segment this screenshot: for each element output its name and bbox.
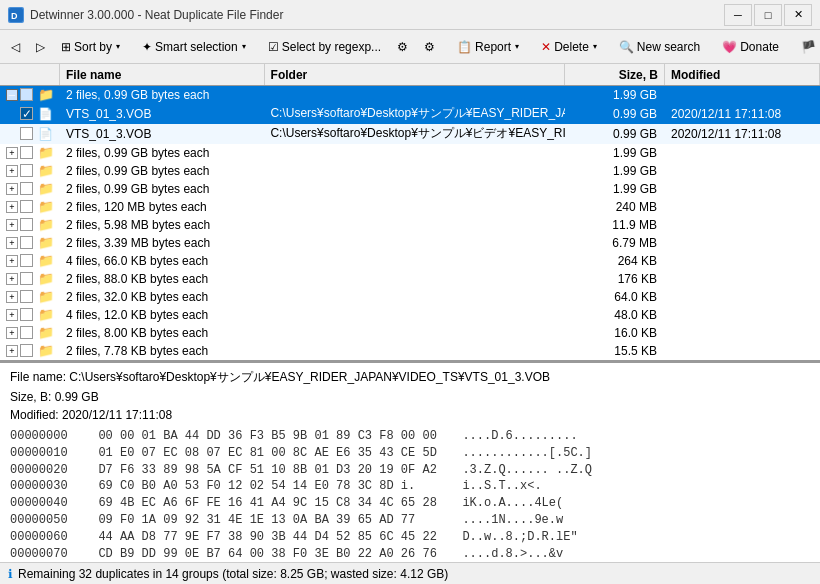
donate-button[interactable]: 💗 Donate [715, 34, 786, 60]
group-checkbox[interactable] [20, 146, 33, 159]
sort-by-button[interactable]: ⊞ Sort by ▾ [54, 34, 127, 60]
hex-addr: 00000000 [10, 428, 80, 445]
table-row[interactable]: ✓ 📄 VTS_01_3.VOB C:\Users¥softaro¥Deskto… [0, 104, 820, 124]
group-expand-button[interactable]: + [6, 309, 18, 321]
group-expand-button[interactable]: + [6, 255, 18, 267]
group-modified [665, 242, 820, 244]
toolbar-extra-button2[interactable]: ⚙ [417, 34, 442, 60]
group-size: 264 KB [565, 253, 665, 269]
folder-icon: 📁 [38, 253, 54, 268]
group-folder [264, 296, 565, 298]
group-checkbox[interactable] [20, 164, 33, 177]
group-expand-button[interactable]: + [6, 201, 18, 213]
select-regexp-button[interactable]: ☑ Select by regexp... [261, 34, 388, 60]
group-expand-button[interactable]: + [6, 291, 18, 303]
hex-ascii: ............[.5C.] [448, 445, 592, 462]
group-expand-button[interactable]: + [6, 219, 18, 231]
table-row[interactable]: + 📁 2 files, 120 MB bytes each 240 MB [0, 198, 820, 216]
group-checkbox[interactable] [20, 272, 33, 285]
language-button[interactable]: 🏴 ▾ [794, 34, 820, 60]
group-folder [264, 350, 565, 352]
hex-ascii: ....D.6......... [448, 428, 578, 445]
close-button[interactable]: ✕ [784, 4, 812, 26]
hex-ascii: i..S.T..x<. [448, 478, 542, 495]
file-modified: 2020/12/11 17:11:08 [665, 126, 820, 142]
hex-row: 00000020 D7 F6 33 89 98 5A CF 51 10 8B 0… [10, 462, 810, 479]
group-checkbox[interactable] [20, 326, 33, 339]
table-row[interactable]: + 📁 2 files, 8.00 KB bytes each 16.0 KB [0, 324, 820, 342]
group-expand-button[interactable]: + [6, 147, 18, 159]
hex-ascii: D..w..8.;D.R.lE" [448, 529, 578, 546]
group-expand-button[interactable]: + [6, 273, 18, 285]
group-checkbox[interactable] [20, 88, 33, 101]
table-row[interactable]: + 📁 2 files, 32.0 KB bytes each 64.0 KB [0, 288, 820, 306]
group-expand-button[interactable]: + [6, 237, 18, 249]
group-expand-button[interactable]: + [6, 327, 18, 339]
group-folder [264, 170, 565, 172]
table-row[interactable]: + 📁 2 files, 7.78 KB bytes each 15.5 KB [0, 342, 820, 360]
table-row[interactable]: + 📁 4 files, 12.0 KB bytes each 48.0 KB [0, 306, 820, 324]
group-expand-button[interactable]: + [6, 183, 18, 195]
table-row[interactable]: + 📁 2 files, 88.0 KB bytes each 176 KB [0, 270, 820, 288]
hex-row: 00000050 09 F0 1A 09 92 31 4E 1E 13 0A B… [10, 512, 810, 529]
hex-bytes: D7 F6 33 89 98 5A CF 51 10 8B 01 D3 20 1… [84, 462, 444, 479]
folder-icon: 📁 [38, 235, 54, 250]
group-folder [264, 188, 565, 190]
table-row[interactable]: + 📁 2 files, 0.99 GB bytes each 1.99 GB [0, 162, 820, 180]
group-checkbox[interactable] [20, 290, 33, 303]
group-label: 4 files, 66.0 KB bytes each [60, 253, 264, 269]
table-row[interactable]: + 📁 2 files, 0.99 GB bytes each 1.99 GB [0, 180, 820, 198]
file-name: VTS_01_3.VOB [60, 126, 264, 142]
group-expand-button[interactable]: + [6, 165, 18, 177]
delete-button[interactable]: ✕ Delete ▾ [534, 34, 604, 60]
group-size: 176 KB [565, 271, 665, 287]
group-size: 6.79 MB [565, 235, 665, 251]
table-body[interactable]: ─ 📁 2 files, 0.99 GB bytes each 1.99 GB … [0, 86, 820, 360]
group-label: 2 files, 5.98 MB bytes each [60, 217, 264, 233]
smart-selection-button[interactable]: ✦ Smart selection ▾ [135, 34, 253, 60]
group-expand-button[interactable]: ─ [6, 89, 18, 101]
group-size: 16.0 KB [565, 325, 665, 341]
table-row[interactable]: + 📁 2 files, 0.99 GB bytes each 1.99 GB [0, 144, 820, 162]
group-checkbox[interactable] [20, 308, 33, 321]
col-header-folder: Folder [265, 64, 565, 85]
toolbar-extra-button[interactable]: ⚙ [390, 34, 415, 60]
group-checkbox[interactable] [20, 218, 33, 231]
hex-ascii: iK.o.A....4Le( [448, 495, 563, 512]
table-row[interactable]: ─ 📁 2 files, 0.99 GB bytes each 1.99 GB [0, 86, 820, 104]
table-row[interactable]: 📄 VTS_01_3.VOB C:\Users¥softaro¥Desktop¥… [0, 124, 820, 144]
group-checkbox[interactable] [20, 182, 33, 195]
group-checkbox[interactable] [20, 344, 33, 357]
table-row[interactable]: + 📁 4 files, 66.0 KB bytes each 264 KB [0, 252, 820, 270]
group-checkbox[interactable] [20, 254, 33, 267]
group-label: 2 files, 0.99 GB bytes each [60, 87, 264, 103]
hex-row: 00000040 69 4B EC A6 6F FE 16 41 A4 9C 1… [10, 495, 810, 512]
toolbar: ◁ ▷ ⊞ Sort by ▾ ✦ Smart selection ▾ ☑ Se… [0, 30, 820, 64]
group-checkbox[interactable] [20, 236, 33, 249]
file-folder: C:\Users¥softaro¥Desktop¥サンプル¥EASY_RIDER… [264, 104, 565, 123]
hex-ascii: .3.Z.Q...... ..Z.Q [448, 462, 592, 479]
table-row[interactable]: + 📁 2 files, 3.39 MB bytes each 6.79 MB [0, 234, 820, 252]
extra-icon: ⚙ [397, 40, 408, 54]
folder-icon: 📁 [38, 199, 54, 214]
maximize-button[interactable]: □ [754, 4, 782, 26]
nav-prev-button[interactable]: ◁ [4, 34, 27, 60]
file-checkbox[interactable]: ✓ [20, 107, 33, 120]
group-modified [665, 170, 820, 172]
hex-bytes: CD B9 DD 99 0E B7 64 00 38 F0 3E B0 22 A… [84, 546, 444, 562]
table-row[interactable]: + 📁 2 files, 5.98 MB bytes each 11.9 MB [0, 216, 820, 234]
nav-next-button[interactable]: ▷ [29, 34, 52, 60]
minimize-button[interactable]: ─ [724, 4, 752, 26]
folder-icon: 📁 [38, 145, 54, 160]
smart-selection-label: Smart selection [155, 40, 238, 54]
group-checkbox[interactable] [20, 200, 33, 213]
group-expand-button[interactable]: + [6, 345, 18, 357]
new-search-button[interactable]: 🔍 New search [612, 34, 707, 60]
hex-row: 00000070 CD B9 DD 99 0E B7 64 00 38 F0 3… [10, 546, 810, 562]
group-folder [264, 224, 565, 226]
report-button[interactable]: 📋 Report ▾ [450, 34, 526, 60]
file-checkbox[interactable] [20, 127, 33, 140]
folder-icon: 📁 [38, 217, 54, 232]
main-content: File name Folder Size, B Modified ─ 📁 2 … [0, 64, 820, 562]
file-folder: C:\Users¥softaro¥Desktop¥サンプル¥ビデオ¥EASY_R… [264, 124, 565, 143]
